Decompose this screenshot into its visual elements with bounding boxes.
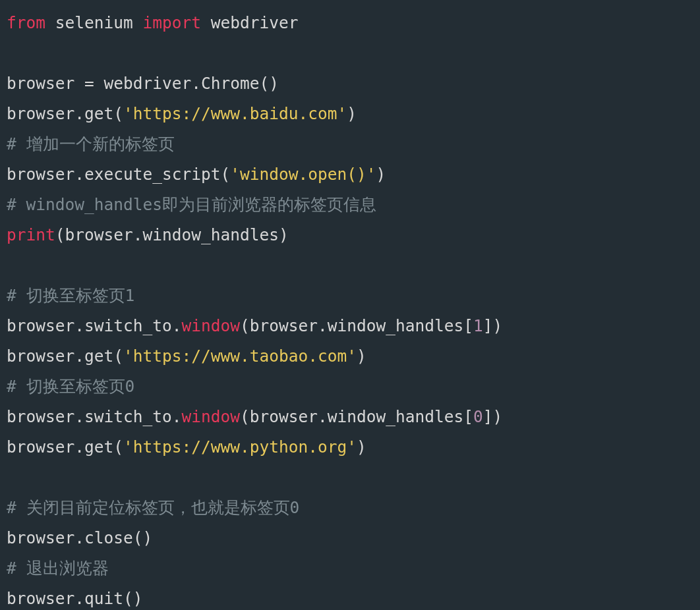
comment: # window_handles即为目前浏览器的标签页信息 <box>7 195 376 214</box>
paren-open: ( <box>55 225 65 244</box>
comment: # 关闭目前定位标签页，也就是标签页0 <box>7 498 299 517</box>
comment: # 切换至标签页1 <box>7 286 134 305</box>
expression: browser.window_handles[ <box>250 316 473 335</box>
paren-close: ) <box>376 165 386 184</box>
keyword-import: import <box>143 13 202 32</box>
attr-window: window <box>182 407 241 426</box>
dot: . <box>191 74 201 93</box>
comment: # 增加一个新的标签页 <box>7 134 175 153</box>
builtin-print: print <box>7 225 55 244</box>
statement: browser.quit() <box>7 589 143 608</box>
number-literal: 1 <box>473 316 483 335</box>
variable: browser <box>7 104 74 123</box>
expression: browser.window_handles <box>65 225 279 244</box>
method-call: .get( <box>74 437 123 457</box>
attr-window: window <box>182 316 241 335</box>
comment: # 切换至标签页0 <box>7 377 134 396</box>
expression: browser.window_handles[ <box>250 407 473 426</box>
brackets-close: ]) <box>483 316 503 335</box>
operator: = <box>74 74 103 93</box>
code-block: from selenium import webdriver browser =… <box>0 0 700 610</box>
identifier: webdriver <box>104 74 192 93</box>
paren-close: ) <box>357 347 366 366</box>
paren-close: ) <box>357 437 366 457</box>
string-literal: 'https://www.python.org' <box>123 437 357 457</box>
paren-open: ( <box>240 407 250 426</box>
paren-close: ) <box>279 225 289 244</box>
variable: browser <box>7 437 74 457</box>
method-call: .get( <box>74 347 123 366</box>
expression: browser.switch_to. <box>7 407 182 426</box>
variable: browser <box>7 74 74 93</box>
class-name: Chrome <box>201 74 260 93</box>
statement: browser.close() <box>7 528 152 547</box>
parens: () <box>260 74 279 93</box>
variable: browser <box>7 165 74 184</box>
string-literal: 'https://www.baidu.com' <box>123 104 347 123</box>
expression: browser.switch_to. <box>7 316 182 335</box>
string-literal: 'window.open()' <box>230 165 376 184</box>
module-name: selenium <box>55 13 133 32</box>
comment: # 退出浏览器 <box>7 559 109 578</box>
paren-open: ( <box>240 316 250 335</box>
brackets-close: ]) <box>483 407 503 426</box>
module-name: webdriver <box>211 13 299 32</box>
variable: browser <box>7 347 74 366</box>
method-call: .execute_script( <box>74 165 230 184</box>
keyword-from: from <box>7 13 45 32</box>
string-literal: 'https://www.taobao.com' <box>123 347 357 366</box>
method-call: .get( <box>74 104 123 123</box>
paren-close: ) <box>347 104 357 123</box>
number-literal: 0 <box>473 407 483 426</box>
